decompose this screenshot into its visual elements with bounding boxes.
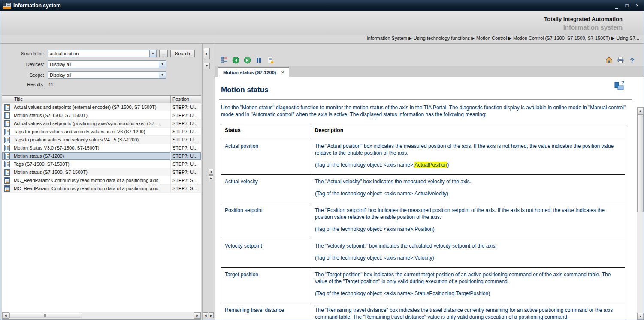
result-title[interactable]: Motion Status V3.0 (S7-1500, S7-1500T) bbox=[14, 145, 170, 150]
status-table-row: Actual position The "Actual position" bo… bbox=[221, 139, 625, 175]
result-row[interactable]: Motion status (S7-1500, S7-1500T) STEP7:… bbox=[2, 111, 201, 120]
result-title[interactable]: Actual values and setpoints (external en… bbox=[14, 105, 170, 110]
breadcrumb[interactable]: Information System ▶ Using technology fu… bbox=[0, 35, 644, 44]
help-toolbar: ? bbox=[215, 54, 644, 66]
help-topic-icon bbox=[4, 129, 10, 135]
status-description: The "Target position" box indicates the … bbox=[315, 271, 621, 285]
result-row[interactable]: Motion Status V3.0 (S7-1500, S7-1500T) S… bbox=[2, 144, 201, 152]
layout-help-icon[interactable]: ? bbox=[614, 81, 626, 91]
brand-title: Totally Integrated Automation bbox=[544, 16, 623, 22]
close-button[interactable]: × bbox=[633, 1, 641, 10]
result-title[interactable]: Motion status (S7-1500, S7-1500T) bbox=[14, 113, 170, 118]
tab-title[interactable]: Motion status (S7-1200) bbox=[223, 70, 276, 75]
splitter-bottom-left-icon[interactable]: ◀ bbox=[203, 312, 208, 318]
brand-block: Totally Integrated Automation Informatio… bbox=[544, 16, 623, 31]
app-icon bbox=[3, 3, 11, 9]
status-table-row: Target position The "Target position" bo… bbox=[221, 268, 625, 303]
status-cell: Velocity setpoint bbox=[221, 239, 311, 268]
help-icon[interactable]: ? bbox=[628, 56, 636, 64]
search-input[interactable]: actualposition ▼ bbox=[48, 50, 157, 57]
status-table-row: Remaining travel distance The "Remaining… bbox=[221, 303, 625, 320]
splitter-collapse-right-icon[interactable]: ▶ bbox=[209, 175, 213, 181]
minimize-button[interactable]: _ bbox=[613, 1, 620, 10]
brand-header: Totally Integrated Automation Informatio… bbox=[0, 11, 644, 35]
splitter-bottom-right-icon[interactable]: ▶ bbox=[209, 312, 214, 318]
result-row[interactable]: Actual values and setpoints (positioning… bbox=[2, 120, 201, 128]
pause-icon[interactable] bbox=[255, 56, 263, 64]
status-cell: Position setpoint bbox=[221, 203, 311, 239]
scroll-left-icon[interactable]: ◀ bbox=[2, 312, 9, 319]
help-topic-icon bbox=[4, 145, 10, 151]
results-header[interactable]: Title Position bbox=[2, 96, 201, 103]
result-title[interactable]: Tags (S7-1500, S7-1500T) bbox=[14, 161, 170, 167]
result-row[interactable]: Motion status (S7-1200) STEP7: U... bbox=[2, 152, 201, 160]
status-table-row: Actual velocity The "Actual velocity" bo… bbox=[221, 175, 625, 203]
result-row[interactable]: Tags (S7-1500, S7-1500T) STEP7: U... bbox=[2, 160, 201, 168]
splitter-collapse-left-icon[interactable]: ◀ bbox=[209, 169, 213, 175]
scope-value[interactable]: Display all bbox=[48, 72, 159, 78]
description-cell: The "Position setpoint" box indicates th… bbox=[311, 203, 625, 239]
scope-dropdown-icon[interactable]: ▼ bbox=[159, 72, 166, 78]
result-row[interactable]: MC_ReadParam: Continuously read motion d… bbox=[2, 176, 201, 185]
status-table: Status Description Actual position The "… bbox=[221, 124, 625, 320]
maximize-button[interactable]: □ bbox=[623, 1, 631, 10]
devices-select[interactable]: Display all ▼ bbox=[48, 60, 166, 68]
vertical-scroll-thumb[interactable] bbox=[637, 114, 644, 212]
result-position: STEP7: U... bbox=[170, 128, 201, 135]
result-row[interactable]: Tags to position values and velocity val… bbox=[2, 136, 201, 144]
back-icon[interactable] bbox=[232, 56, 239, 64]
forward-icon[interactable] bbox=[243, 56, 251, 64]
devices-dropdown-icon[interactable]: ▼ bbox=[159, 61, 166, 68]
scope-select[interactable]: Display all ▼ bbox=[48, 71, 166, 79]
scope-label: Scope: bbox=[0, 72, 48, 78]
home-icon[interactable] bbox=[605, 56, 613, 64]
new-tab-icon[interactable] bbox=[266, 56, 274, 64]
result-row[interactable]: Actual values and setpoints (external en… bbox=[2, 103, 201, 111]
scroll-down-icon[interactable]: ▼ bbox=[637, 313, 644, 320]
result-title[interactable]: Actual values and setpoints (positioning… bbox=[14, 121, 170, 126]
results-count: 11 bbox=[48, 82, 53, 87]
result-title[interactable]: Motion status (S7-1500, S7-1500T) bbox=[14, 170, 170, 175]
scroll-right-icon[interactable]: ▶ bbox=[194, 312, 201, 319]
result-position: STEP7: S... bbox=[170, 176, 201, 184]
window-title: Information system bbox=[13, 3, 61, 9]
instruction-topic-icon bbox=[4, 177, 10, 184]
scroll-up-icon[interactable]: ▲ bbox=[637, 107, 644, 114]
result-title[interactable]: MC_ReadParam: Continuously read motion d… bbox=[14, 178, 170, 183]
product-title: Information system bbox=[544, 24, 623, 31]
column-header-position[interactable]: Position bbox=[171, 96, 201, 103]
results-horizontal-scrollbar[interactable]: ◀ ▶ bbox=[2, 312, 201, 319]
horizontal-scroll-thumb[interactable] bbox=[9, 313, 82, 318]
result-row[interactable]: Motion status (S7-1500, S7-1500T) STEP7:… bbox=[2, 168, 201, 176]
splitter-down-icon[interactable]: ▼ bbox=[204, 63, 210, 69]
devices-value[interactable]: Display all bbox=[48, 62, 159, 67]
result-row[interactable]: MC_ReadParam: Continuously read motion d… bbox=[2, 185, 201, 193]
search-input-value[interactable]: actualposition bbox=[48, 51, 149, 56]
description-cell: The "Remaining travel distance" box indi… bbox=[311, 303, 625, 320]
content-vertical-scrollbar[interactable]: ▲ ▼ bbox=[637, 107, 644, 320]
breadcrumb-text[interactable]: Information System ▶ Using technology fu… bbox=[367, 36, 639, 41]
result-title[interactable]: Motion status (S7-1200) bbox=[14, 153, 170, 159]
tag-line: (Tag of the technology object: <axis nam… bbox=[315, 290, 621, 297]
print-icon[interactable] bbox=[617, 56, 624, 64]
search-button[interactable]: Search bbox=[170, 50, 195, 57]
browse-button[interactable]: ... bbox=[159, 50, 168, 57]
help-content: ? Motion status Use the "Motion status" … bbox=[215, 77, 644, 320]
help-topic-icon bbox=[4, 137, 10, 143]
result-row[interactable]: Tags for position values and velocity va… bbox=[2, 128, 201, 136]
page-title: Motion status bbox=[221, 86, 632, 94]
contents-index-icon[interactable] bbox=[220, 56, 228, 64]
search-results-list: Title Position Actual values and setpoin… bbox=[2, 95, 201, 320]
search-dropdown-icon[interactable]: ▼ bbox=[149, 50, 156, 57]
status-table-row: Velocity setpoint The "Velocity setpoint… bbox=[221, 239, 625, 268]
result-title[interactable]: Tags for position values and velocity va… bbox=[14, 129, 170, 134]
tab-close-icon[interactable]: × bbox=[281, 70, 284, 75]
column-header-title[interactable]: Title bbox=[2, 96, 171, 103]
search-panel: Search for: actualposition ▼ ... Search … bbox=[0, 44, 203, 320]
titlebar: Information system _ □ × bbox=[0, 0, 644, 11]
result-title[interactable]: MC_ReadParam: Continuously read motion d… bbox=[14, 186, 170, 191]
panel-splitter[interactable]: ▶ ▼ ◀ ▶ ◀ ▶ bbox=[203, 44, 215, 320]
result-title[interactable]: Tags to position values and velocity val… bbox=[14, 137, 170, 142]
tab-motion-status[interactable]: Motion status (S7-1200) × bbox=[218, 67, 289, 77]
splitter-expand-icon[interactable]: ▶ bbox=[204, 48, 210, 59]
